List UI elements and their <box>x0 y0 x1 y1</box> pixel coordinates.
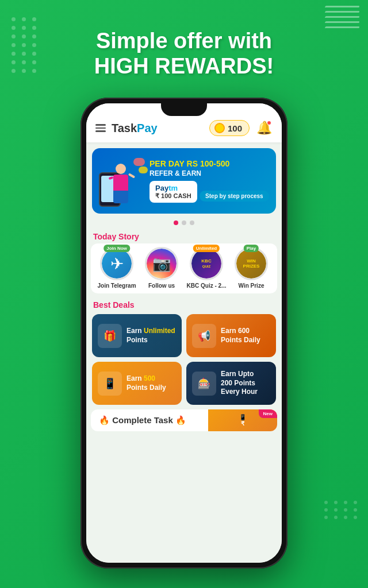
story-item-winprize[interactable]: Play WINPRIZES Win Prize <box>231 247 271 289</box>
paytm-logo: Paytm <box>155 184 191 192</box>
phone-outer: TaskPay 100 🔔 <box>80 98 288 568</box>
deal-icon-giftcard: 🎁 <box>98 324 122 348</box>
deal-text-unlimited: Earn UnlimitedPoints <box>126 327 175 345</box>
header-right: 100 🔔 <box>209 119 273 137</box>
kbc-content: KBCQUIZ <box>191 249 221 278</box>
bg-dots-right-bottom <box>324 501 359 519</box>
app-logo: TaskPay <box>95 122 158 135</box>
paytm-box: Paytm ₹ 100 CASH <box>150 181 197 203</box>
logo-pay: Pay <box>137 122 158 134</box>
best-deals-title: Best Deals <box>86 297 282 312</box>
phone-inner: TaskPay 100 🔔 <box>86 103 282 563</box>
phone-notch <box>161 103 207 116</box>
banner-container: PER DAY RS 100-500 REFER & EARN Paytm ₹ … <box>86 142 282 217</box>
telegram-icon: ✈ <box>110 254 124 273</box>
dot-1 <box>174 220 178 225</box>
banner-subtitle: REFER & EARN <box>150 169 269 177</box>
coin-value: 100 <box>228 123 242 133</box>
headline-line2: HIGH REWARDS! <box>94 54 274 78</box>
deal-icon-megaphone: 📢 <box>192 324 216 348</box>
banner-illustration <box>99 155 145 207</box>
story-item-telegram[interactable]: Join Now ✈ Join Telegram <box>97 247 137 289</box>
megaphone-icon: 📢 <box>198 330 210 342</box>
phone-mockup: TaskPay 100 🔔 <box>80 98 288 568</box>
story-row: Join Now ✈ Join Telegram <box>91 243 277 293</box>
logo-task: Task <box>112 122 137 134</box>
deal-card-200[interactable]: 🎰 Earn Upto200 PointsEvery Hour <box>186 362 276 405</box>
banner-title: PER DAY RS 100-500 <box>150 159 269 169</box>
bg-dots-right <box>325 6 359 29</box>
story-label-kbc: KBC Quiz - 2... <box>187 283 227 289</box>
banner-cta[interactable]: Step by step process <box>200 191 269 202</box>
phone-icon: 📱 <box>103 377 116 390</box>
coin-icon <box>214 123 225 133</box>
win-content: WINPRIZES <box>236 249 266 278</box>
complete-task-bar[interactable]: 🔥 Complete Task 🔥 📱₹ New <box>91 409 277 431</box>
banner-text: PER DAY RS 100-500 REFER & EARN Paytm ₹ … <box>150 159 269 203</box>
deal-card-unlimited[interactable]: 🎁 Earn UnlimitedPoints <box>92 314 182 357</box>
story-label-instagram: Follow us <box>148 283 175 289</box>
dots-indicator <box>86 220 282 225</box>
story-item-kbc[interactable]: Unlimited KBCQUIZ KBC Quiz - 2... <box>186 247 227 289</box>
story-badge-winprize: Play <box>244 245 259 252</box>
deal-card-500[interactable]: 📱 Earn 500Points Daily <box>92 362 182 405</box>
deal-text-200: Earn Upto200 PointsEvery Hour <box>221 370 258 397</box>
story-label-winprize: Win Prize <box>239 283 264 289</box>
complete-task-label: 🔥 Complete Task 🔥 <box>99 415 186 425</box>
today-story-title: Today Story <box>86 229 282 243</box>
logo-text: TaskPay <box>112 122 158 135</box>
story-circle-instagram: 📷 <box>145 247 178 280</box>
dot-3 <box>190 220 194 225</box>
dot-2 <box>182 220 186 225</box>
story-item-instagram[interactable]: 📷 Follow us <box>141 247 182 289</box>
story-badge-kbc: Unlimited <box>193 245 220 252</box>
paytm-amount: ₹ 100 CASH <box>155 192 191 200</box>
deal-text-600: Earn 600Points Daily <box>221 327 260 345</box>
bell-dot <box>267 121 271 125</box>
deals-grid: 🎁 Earn UnlimitedPoints 📢 Earn 600Points … <box>86 312 282 409</box>
instagram-icon: 📷 <box>152 255 171 273</box>
new-badge: New <box>259 409 277 418</box>
deal-text-500: Earn 500Points Daily <box>126 374 166 392</box>
deal-icon-phone: 📱 <box>98 372 122 396</box>
banner[interactable]: PER DAY RS 100-500 REFER & EARN Paytm ₹ … <box>92 148 276 214</box>
headline: Simple offer with HIGH REWARDS! <box>0 29 368 79</box>
hamburger-icon[interactable] <box>95 124 106 132</box>
deal-icon-prize: 🎰 <box>192 372 216 396</box>
coin-badge: 100 <box>209 120 250 136</box>
bell-icon[interactable]: 🔔 <box>255 119 273 137</box>
story-badge-telegram: Join Now <box>103 245 130 252</box>
giftcard-icon: 🎁 <box>103 330 116 342</box>
app-content: TaskPay 100 🔔 <box>86 103 282 563</box>
headline-line1: Simple offer with <box>96 29 272 53</box>
deal-card-600[interactable]: 📢 Earn 600Points Daily <box>186 314 276 357</box>
story-label-telegram: Join Telegram <box>97 283 136 289</box>
prize-icon: 🎰 <box>198 377 210 390</box>
